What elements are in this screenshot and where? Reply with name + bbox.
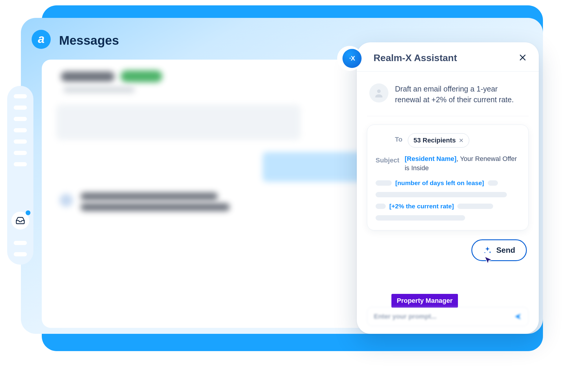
role-tag-label: Property Manager [397,297,453,304]
svg-point-5 [484,252,485,253]
assistant-input-bar[interactable]: Enter your prompt... [367,307,529,326]
app-logo-glyph: a [38,32,44,46]
recipients-chip[interactable]: 53 Recipients [408,133,469,148]
person-icon [374,88,384,98]
assistant-badge-text: ·X [349,55,355,62]
nav-item[interactable] [14,106,27,110]
assistant-panel: ·X Realm-X Assistant Draft an email offe… [357,42,539,334]
nav-item[interactable] [14,162,27,166]
subject-text[interactable]: [Resident Name], Your Renewal Offer is I… [405,154,520,173]
assistant-input-placeholder: Enter your prompt... [374,313,436,320]
body-token-days-left[interactable]: [number of days left on lease] [395,179,484,187]
send-button[interactable]: Send [471,239,527,261]
page-title: Messages [59,33,119,48]
email-compose-card: To 53 Recipients Subject [Resident Name]… [367,125,529,231]
body-token-rate[interactable]: [+2% the current rate] [389,203,454,210]
role-tag: Property Manager [391,294,458,308]
recipients-chip-label: 53 Recipients [413,137,456,144]
app-logo: a [32,30,51,49]
nav-item[interactable] [14,117,27,121]
assistant-title: Realm-X Assistant [374,52,457,63]
send-row: Send [367,239,529,261]
to-label: To [376,133,402,143]
send-icon[interactable] [514,313,522,320]
cursor-icon [483,255,493,265]
inbox-unread-badge [26,210,30,215]
email-body-preview: [number of days left on lease] [+2% the … [376,179,520,221]
body-line: [number of days left on lease] [376,179,520,187]
nav-item[interactable] [14,151,27,155]
remove-chip-icon[interactable] [459,138,464,143]
to-field-row: To 53 Recipients [376,133,520,148]
user-prompt-text: Draft an email offering a 1-year renewal… [395,83,523,105]
nav-item[interactable] [14,94,27,98]
subject-token-resident-name[interactable]: [Resident Name] [405,155,456,162]
nav-item[interactable] [14,128,27,132]
body-line: [+2% the current rate] [376,203,520,210]
nav-item[interactable] [14,252,27,256]
svg-point-2 [377,89,381,93]
subject-field-row: Subject [Resident Name], Your Renewal Of… [376,154,520,173]
assistant-badge[interactable]: ·X [342,49,362,68]
nav-item[interactable] [14,241,27,245]
nav-rail [7,86,33,265]
user-prompt-row: Draft an email offering a 1-year renewal… [367,80,529,116]
close-icon [518,53,527,62]
close-button[interactable] [518,53,527,63]
nav-item[interactable] [14,139,27,144]
assistant-body: Draft an email offering a 1-year renewal… [357,72,539,261]
inbox-icon [16,216,25,225]
avatar [369,83,388,103]
body-line [376,192,520,197]
sparkle-icon [483,246,492,255]
subject-label: Subject [376,154,399,164]
send-button-label: Send [496,246,515,255]
assistant-header: Realm-X Assistant [357,42,539,72]
body-line [376,215,520,221]
nav-inbox-button[interactable] [11,212,29,230]
